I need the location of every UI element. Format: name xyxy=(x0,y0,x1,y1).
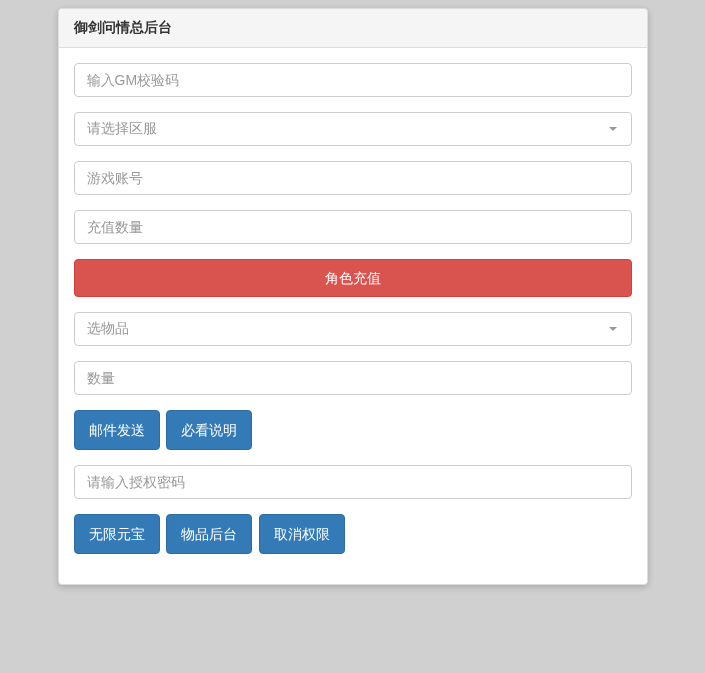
panel-body: 请选择区服 角色充值 选物品 邮件发送 必看说明 xyxy=(59,48,647,584)
item-backend-button[interactable]: 物品后台 xyxy=(166,514,252,554)
form-group xyxy=(74,210,632,244)
must-read-button[interactable]: 必看说明 xyxy=(166,410,252,450)
chevron-down-icon xyxy=(609,127,617,131)
server-select-label: 请选择区服 xyxy=(87,120,157,138)
recharge-amount-input[interactable] xyxy=(74,210,632,244)
form-group: 选物品 xyxy=(74,312,632,346)
button-row: 邮件发送 必看说明 xyxy=(74,410,632,450)
form-group xyxy=(74,465,632,499)
form-group: 角色充值 xyxy=(74,259,632,297)
role-recharge-button[interactable]: 角色充值 xyxy=(74,259,632,297)
auth-password-input[interactable] xyxy=(74,465,632,499)
gm-code-input[interactable] xyxy=(74,63,632,97)
cancel-permission-button[interactable]: 取消权限 xyxy=(259,514,345,554)
chevron-down-icon xyxy=(609,327,617,331)
form-group: 请选择区服 xyxy=(74,112,632,146)
form-group xyxy=(74,161,632,195)
mail-send-button[interactable]: 邮件发送 xyxy=(74,410,160,450)
server-select[interactable]: 请选择区服 xyxy=(74,112,632,146)
account-input[interactable] xyxy=(74,161,632,195)
form-group xyxy=(74,361,632,395)
button-row: 无限元宝 物品后台 取消权限 xyxy=(74,514,632,554)
item-select[interactable]: 选物品 xyxy=(74,312,632,346)
admin-panel: 御剑问情总后台 请选择区服 角色充值 选物品 xyxy=(58,8,648,585)
unlimited-yuanbao-button[interactable]: 无限元宝 xyxy=(74,514,160,554)
item-select-label: 选物品 xyxy=(87,320,129,338)
panel-title: 御剑问情总后台 xyxy=(59,9,647,48)
quantity-input[interactable] xyxy=(74,361,632,395)
form-group xyxy=(74,63,632,97)
